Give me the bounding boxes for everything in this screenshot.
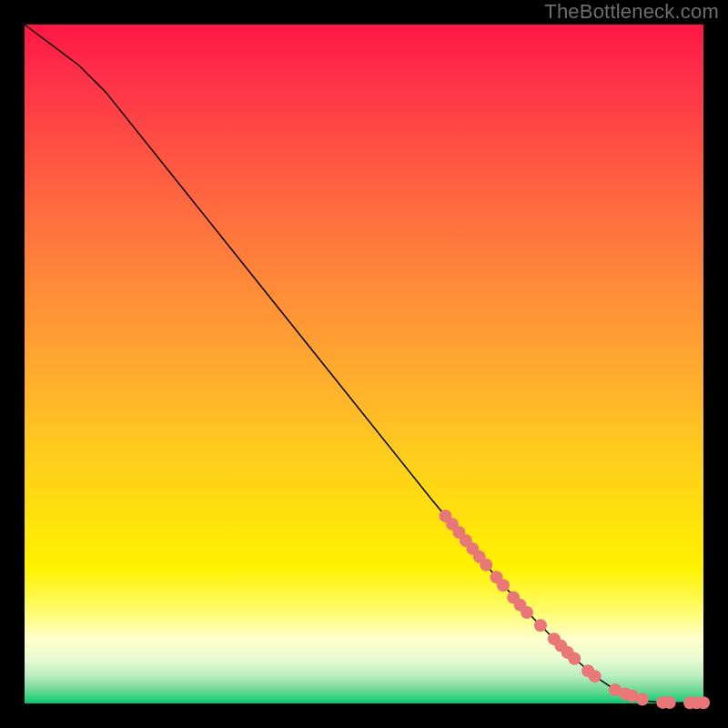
- sample-point: [589, 670, 602, 682]
- sample-point: [497, 579, 510, 592]
- sample-point: [568, 652, 581, 665]
- sample-point: [521, 606, 533, 619]
- sample-point: [480, 559, 492, 571]
- chart-frame: TheBottleneck.com: [0, 0, 728, 728]
- sample-point: [636, 693, 649, 706]
- plot-area: [25, 25, 703, 703]
- sample-point: [697, 696, 710, 709]
- bottleneck-curve: [25, 25, 703, 703]
- watermark-label: TheBottleneck.com: [544, 0, 719, 24]
- sample-point: [534, 619, 547, 632]
- chart-overlay: [25, 25, 703, 703]
- sample-points-group: [440, 510, 710, 709]
- sample-point: [663, 696, 676, 709]
